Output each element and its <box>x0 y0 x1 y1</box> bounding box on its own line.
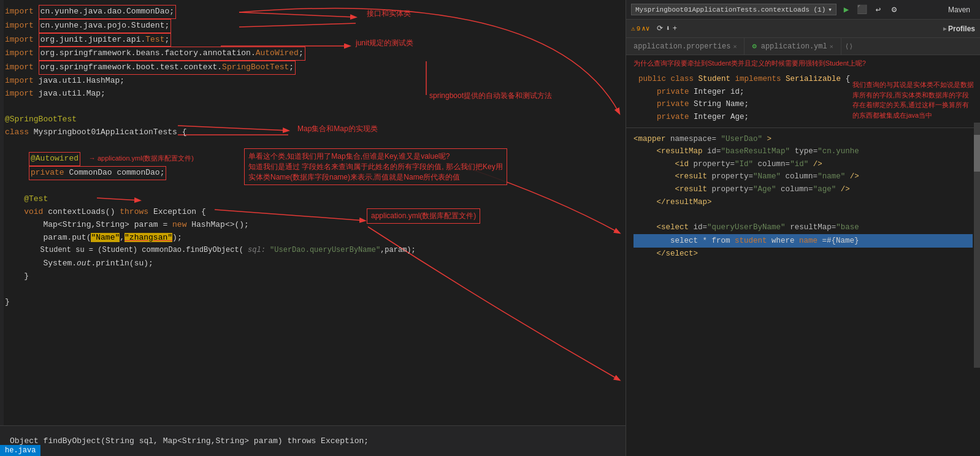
warning-indicator: ⚠ 9 ∧ ∨ <box>626 25 654 32</box>
xml-line-resultmap-close: </resultMap> <box>634 196 973 209</box>
import-box-4: org.springframework.beans.factory.annota… <box>39 47 305 61</box>
profiles-section: ▶ Profiles <box>938 25 980 33</box>
sync-icon[interactable]: ⟳ <box>657 24 663 33</box>
code-line-15: @Test <box>0 193 626 206</box>
run-button[interactable]: ▶ <box>840 4 852 16</box>
code-line-3: import org.junit.jupiter.api.Test; <box>0 33 626 47</box>
download-icon[interactable]: ⬇ <box>665 24 670 33</box>
xml-line-empty <box>634 208 973 221</box>
run-config-label: Myspringboot01ApplicationTests.contextLo… <box>635 6 825 13</box>
code-line-20: System.out.println(su); <box>0 257 626 270</box>
import-box-3: org.junit.jupiter.api.Test; <box>39 33 172 47</box>
warning-icon: ⚠ <box>631 25 635 32</box>
annotation-map: Map集合和Map的实现类 <box>297 124 378 134</box>
code-line-23: } <box>0 296 626 309</box>
tab-label-properties: application.properties <box>634 42 730 51</box>
xml-line-select-body: select * from student where name =#{Name… <box>634 234 973 248</box>
top-chinese-annotation: 为什么查询字段要牵扯到Student类并且定义的时候需要用强转到Student上… <box>634 59 973 68</box>
annotation-db-box: application.yml(数据库配置文件) <box>367 208 480 224</box>
chevron-down-icon: ∨ <box>646 25 650 32</box>
tab-close-properties[interactable]: ✕ <box>733 43 737 50</box>
sync-buttons: ⟳ ⬇ + <box>654 24 679 33</box>
right-toolbar: Myspringboot01ApplicationTests.contextLo… <box>626 0 980 20</box>
code-line-5: import org.springframework.boot.test.con… <box>0 61 626 75</box>
tab-close-yml[interactable]: ✕ <box>830 43 833 50</box>
commondao-box: private CommonDao commonDao; <box>29 166 166 180</box>
code-line-18: param.put("Name","zhangsan"); <box>0 232 626 245</box>
bottom-bar: Object findByObject(String sql, Map<Stri… <box>0 425 626 456</box>
annotation-springboot: springboot提供的自动装备和测试方法 <box>429 91 552 101</box>
file-tabs: application.properties ✕ ⚙ application.y… <box>626 38 980 55</box>
top-annotation-area: 为什么查询字段要牵扯到Student类并且定义的时候需要用强转到Student上… <box>626 55 980 128</box>
student-side-annotation: 我们查询的与其说是实体类不如说是数据库所有的字段,而实体类和数据库的字段存在着绑… <box>852 80 975 120</box>
xml-line-result-name: <result property="Name" column="name" /> <box>634 170 973 183</box>
xml-line-id: <id property="Id" column="id" /> <box>634 158 973 171</box>
code-line-22 <box>0 283 626 296</box>
warning-count: 9 <box>637 25 641 32</box>
ann-line2: 知道我们是通过 字段姓名来查询属于此姓名的所有字段的值, 那么我们把Key用 <box>248 162 503 172</box>
code-line-1: import cn.yunhe.java.dao.CommonDao; <box>0 5 626 19</box>
left-panel: import cn.yunhe.java.dao.CommonDao; impo… <box>0 0 626 456</box>
xml-line-result-age: <result property="Age" column="age" /> <box>634 183 973 196</box>
code-line-8 <box>0 101 626 113</box>
code-line-4: import org.springframework.beans.factory… <box>0 47 626 61</box>
xml-line-select-close: </select> <box>634 248 973 260</box>
code-line-17: Map<String,String> param = new HashMap<>… <box>0 219 626 232</box>
annotation-interface: 接口和实体类 <box>367 9 411 19</box>
xml-code-section: <mapper namespace= "UserDao" > <resultMa… <box>626 128 980 457</box>
code-line-19: Student su = (Student) commonDao.findByO… <box>0 245 626 257</box>
right-chevron-icon: ▶ <box>943 25 947 32</box>
code-line-6: import java.util.HashMap; <box>0 75 626 88</box>
tab-application-properties[interactable]: application.properties ✕ <box>626 38 745 55</box>
autowired-box: @Autowired <box>29 152 80 166</box>
code-line-2: import cn.yunhe.java.pojo.Student; <box>0 19 626 33</box>
code-line-21: } <box>0 270 626 283</box>
yml-icon: ⚙ <box>752 42 756 51</box>
xml-line-mapper: <mapper namespace= "UserDao" > <box>634 133 973 146</box>
annotation-junit: junit规定的测试类 <box>356 38 413 48</box>
xml-line-resultmap: <resultMap id="baseResultMap" type="cn.y… <box>634 145 973 158</box>
annotation-multiline-box: 单看这个类,知道我们用了Map集合,但谁是Key,谁又是value呢? 知道我们… <box>244 148 507 185</box>
ann-line3: 实体类Name(数据库字段name)来表示,而值就是Name所代表的值 <box>248 172 503 183</box>
bottom-code-text: Object findByObject(String sql, Map<Stri… <box>10 436 369 446</box>
run-config-dropdown[interactable]: Myspringboot01ApplicationTests.contextLo… <box>631 4 836 15</box>
import-box-1: cn.yunhe.java.dao.CommonDao; <box>39 5 176 19</box>
import-box-2: cn.yunhe.java.pojo.Student; <box>39 19 172 33</box>
ann-line1: 单看这个类,知道我们用了Map集合,但谁是Key,谁又是value呢? <box>248 151 503 162</box>
debug-button[interactable]: ⬛ <box>856 4 868 16</box>
main-container: import cn.yunhe.java.dao.CommonDao; impo… <box>0 0 980 456</box>
tabs-row: ⚠ 9 ∧ ∨ ⟳ ⬇ + ▶ Profiles <box>626 20 980 38</box>
profiles-label: Profiles <box>948 25 975 33</box>
scroll-thumb[interactable] <box>974 135 980 172</box>
tab-application-yml[interactable]: ⚙ application.yml ✕ <box>745 38 841 55</box>
right-scrollbar[interactable] <box>974 123 980 368</box>
dropdown-arrow-icon: ▾ <box>828 6 832 13</box>
code-line-16: void contextLoads() throws Exception { <box>0 206 626 219</box>
settings-button[interactable]: ⚙ <box>888 4 900 16</box>
tab-arrows[interactable]: ⟨⟩ <box>841 42 857 50</box>
import-box-5: org.springframework.boot.test.context.Sp… <box>39 61 296 75</box>
chevron-up-icon: ∧ <box>641 25 646 32</box>
xml-line-select: <select id="queryUserByName" resultMap="… <box>634 221 973 234</box>
maven-label: Maven <box>948 6 970 14</box>
bottom-filename: he.java <box>0 445 40 456</box>
stop-button[interactable]: ↩ <box>872 4 884 16</box>
tab-label-yml: application.yml <box>761 42 827 51</box>
ann-db: application.yml(数据库配置文件) <box>371 211 476 221</box>
right-panel: Myspringboot01ApplicationTests.contextLo… <box>626 0 980 456</box>
add-icon[interactable]: + <box>673 25 677 33</box>
